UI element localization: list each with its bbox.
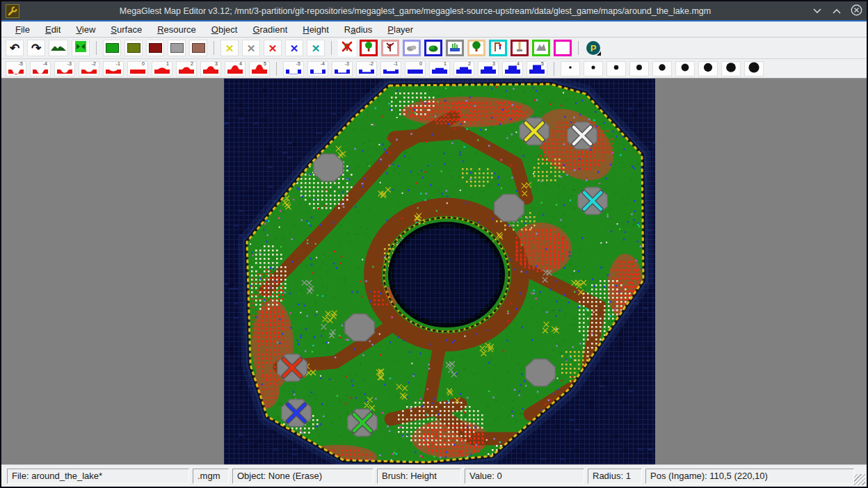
height-brush-5[interactable]: 5 xyxy=(249,61,270,76)
surface-grass-swatch xyxy=(106,43,119,53)
svg-text:4: 4 xyxy=(239,61,242,66)
gradient-brush--5[interactable]: -5 xyxy=(283,61,304,76)
menu-surface[interactable]: Surface xyxy=(104,23,149,36)
maximize-button[interactable] xyxy=(830,5,843,17)
gradient-brush--3[interactable]: -3 xyxy=(332,61,353,76)
height-brush--4[interactable]: -4 xyxy=(30,61,51,76)
object-big-rock-button[interactable] xyxy=(532,40,550,56)
radius-2-dot-icon xyxy=(586,60,601,77)
radius-1-button[interactable] xyxy=(561,61,580,76)
svg-text:-5: -5 xyxy=(296,61,300,66)
svg-text:2: 2 xyxy=(468,61,471,66)
gradient-brush-0[interactable]: 0 xyxy=(405,61,426,76)
resource-gold-button[interactable]: ✕ xyxy=(220,40,239,56)
radius-2-button[interactable] xyxy=(584,61,603,76)
object-statue-button[interactable] xyxy=(511,40,529,56)
height-brush--2[interactable]: -2 xyxy=(79,61,99,76)
main-toolbar: ↶↷✕✕✕✕✕P xyxy=(1,38,867,59)
radius-6-dot-icon xyxy=(677,60,693,77)
object-dead-tree-icon xyxy=(384,40,396,56)
resource-custom-1-icon: ✕ xyxy=(268,43,278,54)
height-brush-1[interactable]: 1 xyxy=(152,61,172,76)
surface-road-button[interactable] xyxy=(146,40,164,56)
object-big-tree-icon xyxy=(470,40,483,56)
resource-gold-icon: ✕ xyxy=(225,43,234,54)
app-window: MegaGlest Map Editor v3.12; /mnt/3-parti… xyxy=(0,0,868,488)
resource-custom-2-button[interactable]: ✕ xyxy=(285,40,303,56)
svg-text:-4: -4 xyxy=(43,61,47,66)
menu-radius[interactable]: Radius xyxy=(337,23,379,36)
surface-secondary-grass-button[interactable] xyxy=(124,40,143,56)
object-bush-button[interactable] xyxy=(424,40,442,56)
undo-icon: ↶ xyxy=(10,42,19,54)
object-hanged-damned-button[interactable] xyxy=(489,40,507,56)
object-invisible-blocking-button[interactable] xyxy=(554,40,572,56)
object-dead-tree-button[interactable] xyxy=(381,40,399,56)
radius-8-button[interactable] xyxy=(721,61,741,76)
object-stone-icon xyxy=(405,40,418,56)
height-map-button[interactable] xyxy=(49,40,68,56)
separator xyxy=(214,41,214,55)
radius-3-button[interactable] xyxy=(606,61,626,76)
svg-text:1: 1 xyxy=(444,61,447,66)
surface-grass-button[interactable] xyxy=(103,40,121,56)
close-button[interactable] xyxy=(850,5,862,17)
minimize-button[interactable] xyxy=(811,5,823,17)
redo-button[interactable]: ↷ xyxy=(27,40,45,56)
status-bar: File: around_the_lake*.mgmObject: None (… xyxy=(1,464,867,487)
gradient-brush-2[interactable]: 2 xyxy=(453,61,474,76)
gradient-brush--4[interactable]: -4 xyxy=(307,61,328,76)
undo-button[interactable]: ↶ xyxy=(6,40,24,56)
menu-file[interactable]: File xyxy=(8,23,37,36)
height-brush--1[interactable]: -1 xyxy=(103,61,124,76)
switch-surface-button[interactable] xyxy=(72,40,90,56)
menu-view[interactable]: View xyxy=(69,23,102,36)
height-1-icon: 1 xyxy=(154,60,170,77)
object-big-tree-button[interactable] xyxy=(467,40,485,56)
object-invisible-blocking-icon xyxy=(556,40,569,56)
object-erase-icon xyxy=(341,40,353,56)
height-brush--5[interactable]: -5 xyxy=(6,61,26,76)
gradient-brush-4[interactable]: 4 xyxy=(502,61,523,76)
gradient-brush--1[interactable]: -1 xyxy=(380,61,401,76)
object-tree-button[interactable] xyxy=(360,40,378,56)
gradient-brush--2[interactable]: -2 xyxy=(356,61,377,76)
height-brush--3[interactable]: -3 xyxy=(54,61,75,76)
radius-6-button[interactable] xyxy=(675,61,695,76)
height-brush-0[interactable]: 0 xyxy=(127,61,148,76)
menu-height[interactable]: Height xyxy=(296,23,336,36)
radius-9-button[interactable] xyxy=(744,61,764,76)
menu-gradient[interactable]: Gradient xyxy=(246,23,294,36)
object-stone-button[interactable] xyxy=(403,40,421,56)
resource-stone-icon: ✕ xyxy=(247,43,256,54)
menu-resource[interactable]: Resource xyxy=(150,23,203,36)
resource-custom-1-button[interactable]: ✕ xyxy=(264,40,282,56)
object-water-object-button[interactable] xyxy=(446,40,464,56)
radius-7-button[interactable] xyxy=(698,61,718,76)
object-erase-button[interactable] xyxy=(338,40,356,56)
height-3-icon: 3 xyxy=(202,60,219,77)
menu-player[interactable]: Player xyxy=(380,23,420,36)
map-canvas[interactable] xyxy=(224,79,655,464)
object-statue-icon xyxy=(513,40,526,56)
surface-road-swatch xyxy=(149,43,162,53)
radius-5-button[interactable] xyxy=(652,61,672,76)
radius-4-button[interactable] xyxy=(629,61,649,76)
radius-5-dot-icon xyxy=(654,60,670,77)
resource-stone-button[interactable]: ✕ xyxy=(242,40,260,56)
height-brush-3[interactable]: 3 xyxy=(200,61,221,76)
height-brush-4[interactable]: 4 xyxy=(225,61,246,76)
menu-object[interactable]: Object xyxy=(204,23,245,36)
menu-edit[interactable]: Edit xyxy=(38,23,67,36)
gradient-brush-5[interactable]: 5 xyxy=(527,61,547,76)
resize-grip[interactable] xyxy=(854,474,865,485)
resource-custom-2-icon: ✕ xyxy=(290,43,299,54)
resource-custom-3-button[interactable]: ✕ xyxy=(307,40,325,56)
svg-text:-4: -4 xyxy=(321,61,325,66)
surface-stone-button[interactable] xyxy=(168,40,186,56)
surface-ground-button[interactable] xyxy=(189,40,207,56)
height-brush-2[interactable]: 2 xyxy=(176,61,197,76)
gradient-brush-1[interactable]: 1 xyxy=(429,61,450,76)
gradient-brush-3[interactable]: 3 xyxy=(478,61,499,76)
player-placement-button[interactable]: P xyxy=(585,40,602,56)
